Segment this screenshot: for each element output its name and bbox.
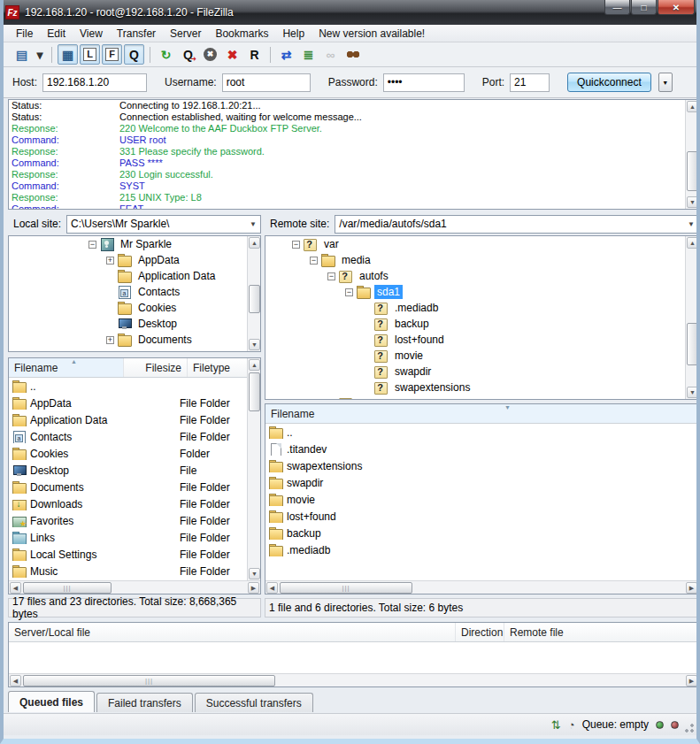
message-log-vscrollbar[interactable]: ▲ ▼ [685,100,698,209]
username-input[interactable] [222,73,311,92]
password-input[interactable] [383,73,465,92]
compare-button[interactable]: ⇄ [276,44,296,65]
toggle-message-log-button[interactable]: ▦ [58,44,78,65]
local-file-row-links[interactable]: LinksFile Folder [9,529,247,546]
cancel-button[interactable]: ✖ [200,44,220,65]
remote-tree-item-movie[interactable]: movie [265,348,698,364]
tab-failed-transfers[interactable]: Failed transfers [96,693,193,712]
scroll-up-icon[interactable]: ▲ [249,237,260,249]
tab-successful-transfers[interactable]: Successful transfers [195,693,313,712]
scroll-thumb[interactable] [687,323,698,365]
sync-browsing-button[interactable]: ≣ [298,44,319,65]
host-input[interactable] [42,73,147,92]
resize-grip[interactable] [684,723,695,733]
scroll-thumb[interactable] [249,285,260,313]
menu-item-help[interactable]: Help [275,26,312,42]
site-manager-button[interactable]: ▤ [12,44,32,65]
maximize-button[interactable]: □ [631,0,657,15]
expand-icon[interactable]: + [106,257,114,265]
close-button[interactable]: ✕ [658,0,695,15]
scroll-down-icon[interactable]: ▼ [249,339,260,350]
direction-column-header[interactable]: Direction [456,623,504,641]
local-file-row-music[interactable]: MusicFile Folder [9,563,247,579]
local-tree-item-downloads[interactable]: +Downloads [9,348,260,351]
scroll-down-icon[interactable]: ▼ [249,568,260,579]
collapse-icon[interactable]: − [327,272,335,280]
remote-file-row-lost-found[interactable]: lost+found [265,508,698,525]
remote-tree-item-autofs[interactable]: −autofs [265,268,698,284]
filename-column-header[interactable]: Filename ▼ [265,404,698,423]
remote-site-combo[interactable]: /var/media/autofs/sda1 ▼ [335,215,699,234]
local-list-hscrollbar[interactable]: ◀ ||| ▶ [9,580,260,594]
filename-column-header[interactable]: Filename ▲ [9,358,124,377]
remote-file-row-movie[interactable]: movie [265,491,698,508]
collapse-icon[interactable]: − [310,257,318,265]
local-file-row-[interactable]: .. [9,378,247,395]
find-files-button[interactable] [342,44,363,65]
local-file-row-application-data[interactable]: Application DataFile Folder [9,411,247,428]
menu-item-server[interactable]: Server [163,26,208,42]
local-file-row-desktop[interactable]: DesktopFile [9,462,247,479]
queue-hscrollbar[interactable]: ◀ ||| ▶ [9,673,698,686]
menu-item-bookmarks[interactable]: Bookmarks [208,26,275,42]
local-file-row-favorites[interactable]: FavoritesFile Folder [9,512,247,529]
remote-tree-item-dvd[interactable]: dvd [265,395,698,399]
toggle-local-tree-button[interactable]: L [80,44,100,65]
process-queue-button[interactable]: Q [178,44,198,65]
local-file-row-documents[interactable]: DocumentsFile Folder [9,479,247,495]
collapse-icon[interactable]: − [345,288,353,296]
menu-item-view[interactable]: View [73,26,110,42]
menu-item-file[interactable]: File [9,26,40,42]
local-tree-vscrollbar[interactable]: ▲ ▼ [247,236,260,351]
remote-file-column-header[interactable]: Remote file [504,623,698,641]
scroll-thumb[interactable]: ||| [23,675,275,686]
local-file-row-local-settings[interactable]: Local SettingsFile Folder [9,546,247,563]
server-local-file-column-header[interactable]: Server/Local file [9,623,456,641]
site-manager-dropdown-button[interactable]: ▾ [34,44,46,65]
remote-tree-item-lost-found[interactable]: lost+found [265,332,698,348]
scroll-down-icon[interactable]: ▼ [687,196,698,208]
local-tree-item-desktop[interactable]: Desktop [9,316,260,332]
remote-file-row-[interactable]: .. [265,424,698,441]
expand-icon[interactable]: + [106,336,114,344]
chevron-down-icon[interactable]: ▼ [688,220,695,228]
local-tree-item-documents[interactable]: +Documents [9,332,260,348]
local-file-row-contacts[interactable]: ContactsFile Folder [9,428,247,445]
remote-tree-item-mediadb[interactable]: .mediadb [265,300,698,316]
local-tree-item-application-data[interactable]: Application Data [9,268,260,284]
remote-tree-item-var[interactable]: −var [265,236,698,252]
menu-item-transfer[interactable]: Transfer [110,26,163,42]
remote-tree-item-swapextensions[interactable]: swapextensions [265,380,698,395]
collapse-icon[interactable]: − [292,241,300,249]
remote-tree-vscrollbar[interactable]: ▲ ▼ [685,236,698,399]
remote-tree-item-swapdir[interactable]: swapdir [265,364,698,380]
remote-file-row-swapextensions[interactable]: swapextensions [265,457,698,474]
toggle-queue-button[interactable]: Q [124,44,144,65]
remote-tree-item-sda1[interactable]: −sda1 [265,284,698,300]
scroll-thumb[interactable] [687,151,698,191]
chevron-down-icon[interactable]: ▼ [250,220,257,228]
remote-file-row-titandev[interactable]: .titandev [265,441,698,457]
tab-queued-files[interactable]: Queued files [8,691,95,712]
scroll-right-icon[interactable]: ▶ [686,675,697,686]
quickconnect-button[interactable]: Quickconnect [567,73,651,92]
toggle-remote-tree-button[interactable]: F [102,44,122,65]
minimize-button[interactable]: — [604,0,630,15]
scroll-thumb[interactable] [249,372,260,411]
disconnect-button[interactable]: ✖ [222,44,242,65]
remote-file-row-swapdir[interactable]: swapdir [265,474,698,491]
scroll-up-icon[interactable]: ▲ [687,237,698,249]
local-tree-item-mr-sparkle[interactable]: −Mr Sparkle [9,236,260,252]
scroll-up-icon[interactable]: ▲ [249,359,260,371]
scroll-left-icon[interactable]: ◀ [10,675,21,686]
remote-file-row-backup[interactable]: backup [265,525,698,541]
menu-item-edit[interactable]: Edit [40,26,73,42]
scroll-left-icon[interactable]: ◀ [266,582,278,594]
scroll-right-icon[interactable]: ▶ [248,582,259,594]
remote-file-row-mediadb[interactable]: .mediadb [265,541,698,558]
local-file-row-appdata[interactable]: AppDataFile Folder [9,395,247,411]
local-tree-item-contacts[interactable]: Contacts [9,284,260,300]
scroll-left-icon[interactable]: ◀ [10,582,21,594]
remote-tree-item-media[interactable]: −media [265,252,698,268]
sync-link-button[interactable]: ∞ [320,44,341,65]
